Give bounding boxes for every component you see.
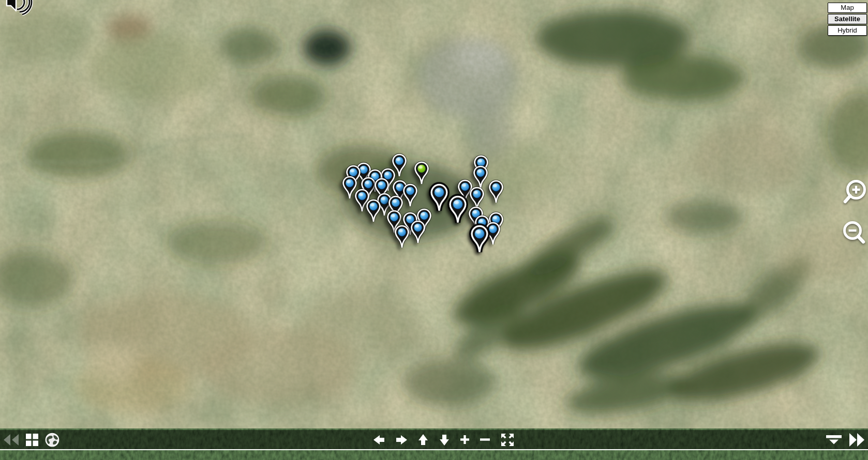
pan-up-button[interactable]: [418, 434, 428, 446]
arrow-left-icon: [373, 435, 385, 445]
bottom-toolbar: [0, 430, 868, 449]
thumbnail-grid-button[interactable]: [26, 434, 38, 446]
minus-icon: [480, 435, 490, 444]
map-type-button-map[interactable]: Map: [828, 3, 867, 13]
map-application: Map Satellite Hybrid: [0, 0, 868, 460]
toolbar-left-group: [3, 430, 59, 449]
pan-right-button[interactable]: [396, 435, 407, 445]
pan-down-button[interactable]: [439, 434, 450, 446]
expand-arrows-icon: [501, 433, 514, 447]
double-arrow-right-icon: [849, 433, 865, 447]
zoom-in-button[interactable]: [844, 177, 868, 206]
grid-squares-icon: [26, 434, 38, 446]
map-type-control: Map Satellite Hybrid: [828, 3, 867, 36]
next-button[interactable]: [849, 433, 865, 447]
zoom-in-toolbar-button[interactable]: [460, 435, 469, 444]
map-marker-blue[interactable]: [410, 220, 426, 245]
map-type-button-satellite[interactable]: Satellite: [828, 14, 867, 24]
magnifier-plus-icon: [844, 198, 868, 206]
arrow-down-icon: [439, 434, 450, 446]
pan-left-button[interactable]: [373, 435, 385, 445]
fullscreen-button[interactable]: [501, 433, 514, 447]
map-marker-blue[interactable]: [394, 225, 410, 250]
audio-button[interactable]: [6, 0, 33, 17]
map-type-button-hybrid[interactable]: Hybrid: [828, 25, 867, 36]
zoom-out-button[interactable]: [840, 219, 867, 246]
map-marker-green[interactable]: [414, 161, 429, 186]
collapse-panel-button[interactable]: [826, 435, 842, 444]
previous-button[interactable]: [3, 434, 19, 446]
arrow-up-icon: [418, 434, 428, 446]
map-marker-large-black[interactable]: [448, 195, 467, 225]
toolbar-right-group: [826, 430, 865, 449]
arrow-right-icon: [396, 435, 407, 445]
zoom-out-toolbar-button[interactable]: [480, 435, 490, 444]
map-marker-blue[interactable]: [488, 180, 504, 205]
world-view-button[interactable]: [45, 433, 59, 447]
map-marker-blue[interactable]: [402, 183, 418, 208]
bar-with-down-triangle-icon: [826, 435, 842, 444]
map-marker-large-black[interactable]: [430, 183, 448, 213]
toolbar-center-group: [373, 430, 514, 449]
map-marker-blue[interactable]: [366, 199, 381, 224]
double-arrow-left-icon: [3, 434, 19, 446]
magnifier-minus-icon: [840, 238, 867, 246]
map-marker-large-black[interactable]: [470, 225, 489, 255]
markers-layer: [0, 0, 868, 460]
globe-icon: [45, 433, 59, 447]
plus-icon: [460, 435, 469, 444]
speaker-sound-icon: [6, 9, 33, 17]
toolbar-divider-line: [0, 449, 868, 450]
